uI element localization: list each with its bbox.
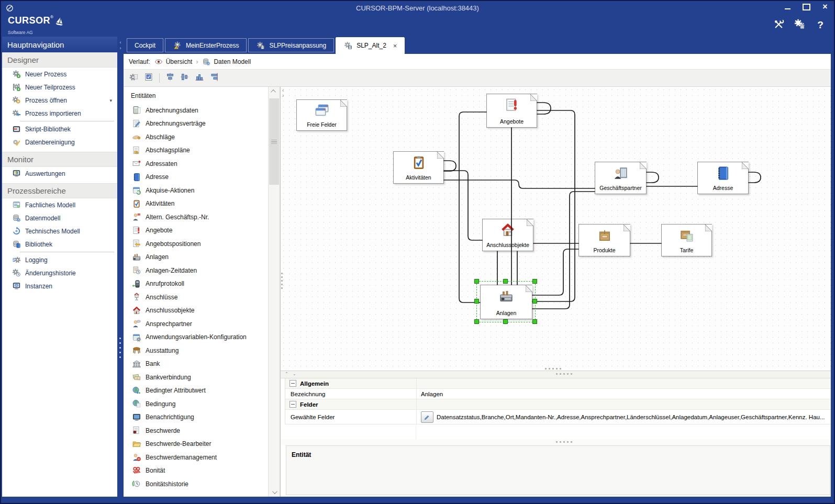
align-center-horizontal-button[interactable] — [179, 72, 191, 84]
node-tarife[interactable]: Tarife — [661, 224, 712, 256]
breadcrumb-item-daten-modell[interactable]: Daten Modell — [202, 57, 251, 66]
sidebar-item-instanzen[interactable]: Instanzen — [2, 279, 117, 293]
sidebar-item-bibliothek[interactable]: Bibliothek — [2, 238, 117, 251]
node-aktivitaeten[interactable]: Aktivitäten — [393, 151, 444, 184]
selection-handle[interactable] — [503, 319, 508, 324]
splitter-grip-icon[interactable] — [119, 338, 121, 358]
bottom-splitter[interactable] — [281, 439, 831, 445]
splitter-arrows-icon[interactable]: ⌃ ⌄ — [285, 372, 298, 376]
entity-item-altern-geschäftsp-nr[interactable]: Altern. Geschäftsp.-Nr. — [124, 210, 268, 224]
entity-item-anschlüsse[interactable]: Anschlüsse — [124, 290, 268, 304]
dropdown-caret-icon[interactable]: ▾ — [109, 98, 112, 103]
sidebar-item-fachliches-modell[interactable]: Fachliches Modell — [2, 198, 117, 211]
property-value-cell[interactable]: Anlagen — [417, 391, 831, 397]
entity-item-bonitätshistorie[interactable]: Bonitätshistorie — [124, 477, 268, 491]
entity-item-ausstattung[interactable]: Ausstattung — [124, 344, 268, 357]
minimize-button[interactable] — [782, 2, 793, 12]
window-model-icon — [12, 200, 21, 210]
entity-item-anlagen[interactable]: Anlagen — [124, 251, 268, 264]
tab-slp-alt-2[interactable]: SLP_Alt_2× — [336, 37, 405, 54]
node-anschlussobjekte[interactable]: Anschlussobjekte — [482, 219, 533, 251]
canvas-bottom-grip-icon[interactable] — [545, 368, 561, 369]
scroll-down-icon[interactable] — [269, 488, 280, 497]
maximize-button[interactable] — [800, 2, 812, 12]
tab-cockpit[interactable]: Cockpit — [127, 38, 163, 52]
scroll-up-icon[interactable] — [269, 87, 280, 96]
sidebar-item-neuer-teilprozess[interactable]: Neuer Teilprozess — [2, 81, 117, 94]
selection-handle[interactable] — [474, 299, 479, 304]
entity-item-bedingung[interactable]: Bedingung — [124, 397, 268, 411]
sidebar-item-skript-bibliothek[interactable]: Skript-Bibliothek — [2, 122, 117, 136]
entity-item-abschläge[interactable]: Abschläge — [124, 130, 268, 144]
entity-item-adresse[interactable]: Adresse — [124, 171, 268, 184]
collapse-icon[interactable] — [290, 401, 296, 408]
align-center-vertical-button[interactable] — [164, 72, 176, 84]
panel-collapse-icon[interactable]: ‹› — [282, 88, 284, 98]
collapse-icon[interactable] — [290, 380, 296, 387]
entity-item-anwendungsvariablen-konfiguration[interactable]: Anwendungsvariablen-Konfiguration — [124, 331, 268, 344]
collapse-chevrons-icon[interactable]: ‹› — [118, 40, 123, 51]
settings-button[interactable] — [772, 19, 785, 31]
node-anlagen[interactable]: Anlagen — [480, 285, 532, 319]
tab-close-icon[interactable]: × — [393, 42, 397, 50]
administration-button[interactable] — [793, 19, 806, 31]
entity-item-akquise-aktionen[interactable]: Akquise-Aktionen — [124, 184, 268, 197]
node-angebote[interactable]: Angebote — [486, 94, 537, 128]
entity-item-bonität[interactable]: Bonität — [124, 464, 268, 478]
entity-item-ansprechpartner[interactable]: Ansprechpartner — [124, 317, 268, 331]
entity-item-bedingter-attributwert[interactable]: Bedingter Attributwert — [124, 384, 268, 398]
entity-item-abrechnungsverträge[interactable]: Abrechnungsverträge — [124, 117, 268, 131]
selection-handle[interactable] — [474, 279, 479, 284]
sidebar-item-prozess-öffnen[interactable]: Prozess öffnen▾ — [2, 94, 117, 107]
property-value-cell[interactable]: Datensatzstatus,Branche,Ort,Mandanten-Nr… — [417, 411, 831, 423]
selection-handle[interactable] — [532, 279, 537, 284]
close-button[interactable]: × — [819, 2, 831, 12]
edit-fields-button[interactable] — [421, 411, 433, 423]
entity-item-angebotspositionen[interactable]: Angebotspositionen — [124, 237, 268, 251]
sidebar-item-auswertungen[interactable]: Auswertungen — [2, 167, 117, 180]
sidebar-item-technisches-modell[interactable]: Technisches Modell — [2, 225, 117, 238]
entity-item-abschlagspläne[interactable]: Abschlagspläne — [124, 144, 268, 158]
entity-item-benachrichtigung[interactable]: Benachrichtigung — [124, 411, 268, 424]
node-freie-felder[interactable]: Freie Felder — [296, 99, 347, 131]
entity-item-angebote[interactable]: Angebote — [124, 224, 268, 238]
selection-handle[interactable] — [503, 279, 508, 284]
canvas-left-grip-icon[interactable] — [281, 273, 283, 289]
entity-item-anrufprotokoll[interactable]: Anrufprotokoll — [124, 277, 268, 291]
sidebar-item-änderungshistorie[interactable]: Änderungshistorie — [2, 266, 117, 279]
sidebar-item-prozess-importieren[interactable]: Prozess importieren — [2, 107, 117, 120]
node-geschaeftspartner[interactable]: Geschäftspartner — [595, 162, 647, 194]
entity-item-anschlussobjekte[interactable]: Anschlussobjekte — [124, 304, 268, 318]
entity-scrollbar[interactable] — [268, 87, 280, 497]
selection-handle[interactable] — [474, 319, 479, 324]
entity-item-adressaten[interactable]: Adressaten — [124, 157, 268, 171]
sidebar-item-datenbereinigung[interactable]: Datenbereinigung — [2, 136, 117, 149]
entity-item-anlagen-zeitdaten[interactable]: Anlagen-Zeitdaten — [124, 264, 268, 277]
align-bottom-button[interactable] — [193, 72, 206, 84]
entity-item-bank[interactable]: Bank — [124, 357, 268, 371]
entity-item-aktivitäten[interactable]: Aktivitäten — [124, 197, 268, 211]
sidebar-splitter[interactable]: ‹› — [117, 37, 124, 497]
entity-item-beschwerde[interactable]: Beschwerde — [124, 424, 268, 438]
entity-item-beschwerde-bearbeiter[interactable]: Beschwerde-Bearbeiter — [124, 438, 268, 451]
sidebar-item-neuer-prozess[interactable]: Neuer Prozess — [2, 68, 117, 81]
breadcrumb-item-übersicht[interactable]: Übersicht — [154, 57, 193, 66]
scrollbar-thumb[interactable] — [269, 98, 279, 185]
entity-item-bankverbindung[interactable]: Bankverbindung — [124, 371, 268, 384]
selection-handle[interactable] — [532, 319, 537, 324]
selection-handle[interactable] — [532, 299, 537, 304]
process-settings-button[interactable] — [128, 72, 140, 84]
tab-slppreisanpassung[interactable]: SLPPreisanpassung — [248, 38, 334, 52]
entity-item-beschwerdemanagement[interactable]: Beschwerdemanagement — [124, 451, 268, 464]
sidebar-item-logging[interactable]: Logging — [2, 253, 117, 266]
entity-item-abrechnungsdaten[interactable]: Abrechnungsdaten — [124, 104, 268, 117]
align-right-button[interactable] — [208, 72, 220, 84]
node-produkte[interactable]: Produkte — [578, 224, 630, 256]
tab-meinersterprozess[interactable]: MeinErsterProzess — [165, 38, 247, 52]
properties-splitter[interactable]: ⌃ ⌄ — [281, 371, 831, 378]
help-button[interactable]: ? — [814, 19, 827, 31]
node-adresse[interactable]: Adresse — [697, 162, 749, 194]
diagram-canvas[interactable]: ‹› Freie FelderAngeboteAktivitätenGeschä… — [281, 87, 831, 371]
export-document-button[interactable] — [142, 72, 155, 84]
sidebar-item-datenmodell[interactable]: Datenmodell — [2, 211, 117, 225]
